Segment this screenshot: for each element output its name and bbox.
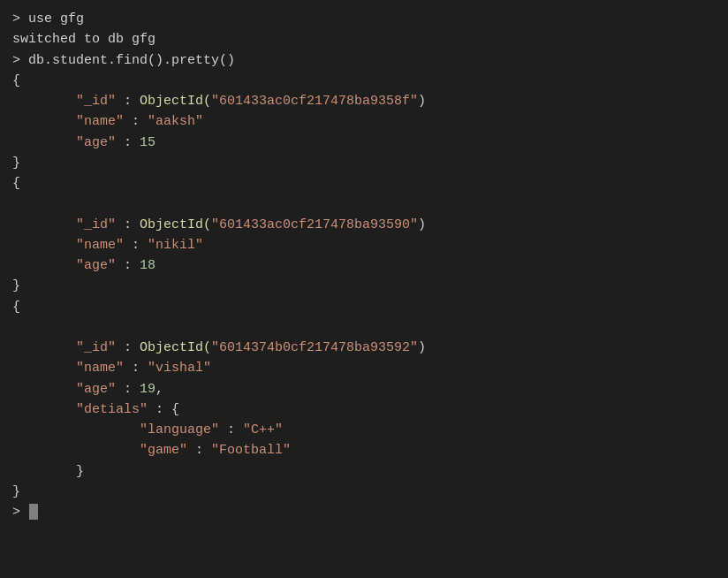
- terminal-line: "_id" : ObjectId("6014374b0cf217478ba935…: [12, 338, 716, 358]
- brace: {: [12, 73, 20, 88]
- colon: :: [187, 443, 211, 458]
- colon: :: [116, 94, 140, 109]
- terminal-line: }: [12, 276, 716, 296]
- terminal-line: {: [12, 71, 716, 91]
- colon: :: [116, 217, 140, 232]
- terminal-line: }: [12, 482, 716, 502]
- colon: :: [116, 382, 140, 397]
- field-key: "name": [76, 114, 124, 129]
- objectid-fn: ObjectId(: [140, 217, 211, 232]
- field-key: "_id": [76, 340, 116, 355]
- terminal-line: [12, 317, 716, 338]
- field-key: "game": [140, 443, 187, 458]
- objectid-fn: ObjectId(: [140, 340, 211, 355]
- objectid-val: "601433ac0cf217478ba93590": [211, 217, 418, 232]
- field-value-number: 19: [140, 382, 155, 397]
- command-text: db.student.find().pretty(): [28, 53, 235, 68]
- brace: {: [12, 300, 20, 315]
- colon: :: [219, 422, 243, 437]
- terminal-line: "name" : "nikil": [12, 235, 716, 255]
- terminal-line: "age" : 15: [12, 133, 716, 153]
- field-value-string: "C++": [243, 422, 283, 437]
- paren-close: ): [418, 94, 426, 109]
- brace: }: [12, 156, 20, 171]
- terminal-line: "language" : "C++": [12, 420, 716, 440]
- terminal-line: }: [12, 153, 716, 173]
- objectid-fn: ObjectId(: [140, 94, 211, 109]
- terminal-line: > use gfg: [12, 9, 716, 29]
- terminal-line: "detials" : {: [12, 399, 716, 420]
- terminal-line: "_id" : ObjectId("601433ac0cf217478ba935…: [12, 91, 716, 111]
- prompt-symbol: >: [12, 11, 28, 27]
- cursor: [29, 504, 38, 520]
- brace: }: [12, 484, 20, 499]
- nested-brace-close: }: [76, 464, 84, 479]
- colon: :: [116, 258, 140, 273]
- field-value-string: "aaksh": [148, 114, 203, 129]
- field-value-string: "nikil": [148, 238, 203, 253]
- terminal-line: }: [12, 461, 716, 482]
- terminal: > use gfgswitched to db gfg> db.student.…: [0, 0, 728, 578]
- colon: :: [116, 135, 140, 150]
- colon: :: [124, 238, 148, 253]
- field-key: "name": [76, 361, 124, 376]
- brace: {: [12, 176, 20, 191]
- field-value-number: 15: [140, 135, 155, 150]
- field-value-string: "vishal": [148, 361, 211, 376]
- objectid-val: "6014374b0cf217478ba93592": [211, 340, 418, 355]
- brace: }: [12, 278, 20, 293]
- paren-close: ): [418, 217, 426, 232]
- paren-close: ): [418, 340, 426, 355]
- colon: :: [124, 114, 148, 129]
- field-key: "age": [76, 135, 116, 150]
- field-value-number: 18: [140, 258, 155, 273]
- terminal-line: "age" : 19,: [12, 379, 716, 399]
- field-key: "_id": [76, 217, 116, 232]
- colon: :: [116, 340, 140, 355]
- field-value-string: "Football": [211, 443, 291, 458]
- comma: ,: [155, 382, 163, 397]
- field-key: "detials": [76, 402, 148, 417]
- command-text: use gfg: [28, 11, 84, 27]
- terminal-line: "age" : 18: [12, 255, 716, 276]
- nested-brace-open: {: [171, 402, 179, 417]
- terminal-line: "_id" : ObjectId("601433ac0cf217478ba935…: [12, 215, 716, 235]
- field-key: "_id": [76, 94, 116, 109]
- field-key: "age": [76, 258, 116, 273]
- terminal-line: "name" : "vishal": [12, 358, 716, 378]
- field-key: "age": [76, 382, 116, 397]
- terminal-line: > db.student.find().pretty(): [12, 50, 716, 71]
- prompt-symbol: >: [12, 505, 28, 520]
- terminal-line: switched to db gfg: [12, 29, 716, 49]
- objectid-val: "601433ac0cf217478ba9358f": [211, 94, 418, 109]
- terminal-line: {: [12, 173, 716, 194]
- field-key: "name": [76, 238, 124, 253]
- field-key: "language": [140, 422, 219, 437]
- terminal-line: "game" : "Football": [12, 440, 716, 460]
- colon: :: [124, 361, 148, 376]
- terminal-line: >: [12, 502, 716, 522]
- terminal-line: "name" : "aaksh": [12, 111, 716, 132]
- terminal-line: [12, 194, 716, 214]
- terminal-line: {: [12, 297, 716, 317]
- colon: :: [148, 402, 171, 417]
- prompt-symbol: >: [12, 53, 28, 68]
